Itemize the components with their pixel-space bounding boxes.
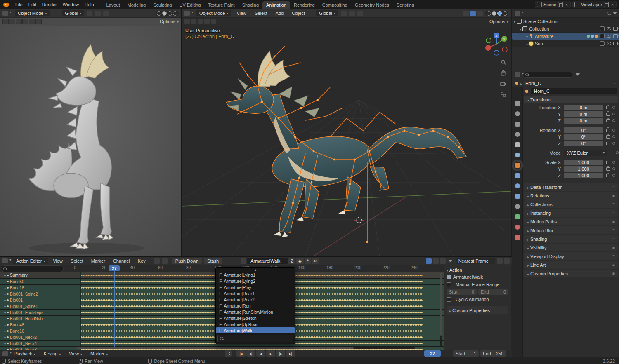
toggle-icon[interactable]: [184, 19, 190, 24]
animate-dot[interactable]: [612, 119, 615, 122]
topbar-menu[interactable]: Help: [82, 2, 97, 7]
toggle-icon[interactable]: [9, 19, 15, 24]
lock-icon[interactable]: [606, 161, 610, 164]
properties-tab-icon[interactable]: [515, 153, 520, 157]
properties-tab-icon[interactable]: [515, 214, 520, 219]
animate-dot[interactable]: [612, 135, 615, 138]
workspace-tab[interactable]: Scripting: [393, 1, 418, 9]
action-option[interactable]: FArmature|Run: [216, 303, 295, 309]
action-option[interactable]: FArmature|Roar2: [216, 296, 295, 303]
outliner-filter-icon[interactable]: [613, 12, 617, 14]
dopesheet-menu[interactable]: View: [50, 258, 66, 263]
options-button[interactable]: Options: [489, 19, 508, 24]
show-hidden-icon[interactable]: [433, 258, 439, 264]
properties-tab-icon[interactable]: [515, 132, 520, 137]
dopesheet-editor-icon[interactable]: [2, 258, 8, 263]
render-visibility-icon[interactable]: [613, 42, 618, 45]
lock-icon[interactable]: [606, 142, 610, 145]
topbar-menu[interactable]: Render: [39, 2, 60, 7]
properties-tab-icon[interactable]: [515, 142, 520, 147]
action-option[interactable]: FArmature|Walk: [216, 327, 295, 333]
frame-start-field[interactable]: Start0: [447, 289, 477, 295]
dropdown-search-input[interactable]: [217, 335, 293, 342]
blender-logo-icon[interactable]: [3, 3, 9, 7]
snap-magnet-icon[interactable]: [341, 11, 347, 16]
toggle-icon[interactable]: [191, 19, 197, 24]
pan-hand-icon[interactable]: [500, 70, 507, 76]
hide-eye-icon[interactable]: [607, 42, 611, 45]
current-frame-line[interactable]: [114, 271, 115, 348]
action-option[interactable]: FArmature|Stretch: [216, 315, 295, 321]
action-option[interactable]: FArmature|Roar1: [216, 290, 295, 296]
editor-type-icon[interactable]: [2, 11, 8, 16]
wireframe-shading-icon[interactable]: [487, 11, 491, 16]
dopesheet-mode-selector[interactable]: Action Editor: [13, 258, 48, 264]
add-workspace-button[interactable]: +: [418, 1, 428, 9]
properties-tab-icon[interactable]: [515, 122, 520, 127]
topbar-menu[interactable]: Edit: [26, 2, 39, 7]
dopesheet-menu[interactable]: Key: [135, 258, 149, 263]
fake-user-shield-icon[interactable]: ◈: [296, 258, 303, 264]
pin-icon[interactable]: ◦: [614, 81, 616, 86]
action-name-field[interactable]: Armature|Walk: [247, 258, 288, 264]
outliner-search-icon[interactable]: [607, 12, 610, 15]
workspace-tab[interactable]: Texture Paint: [204, 1, 238, 9]
toggle-icon[interactable]: [16, 19, 22, 24]
toggle-icon[interactable]: [22, 19, 28, 24]
layer-next-icon[interactable]: [162, 258, 168, 264]
object-name-field[interactable]: Horn_C: [531, 88, 617, 94]
properties-tab-icon[interactable]: [515, 183, 520, 188]
dopesheet-menu[interactable]: Select: [68, 258, 86, 263]
selectability-checkbox[interactable]: [600, 26, 605, 31]
camera-view-icon[interactable]: [500, 81, 507, 87]
show-gizmo-icon[interactable]: [463, 11, 469, 16]
orientation-selector[interactable]: Global: [62, 10, 84, 16]
properties-tab-icon[interactable]: [515, 163, 520, 168]
action-users-badge[interactable]: 2: [288, 258, 295, 264]
topbar-menu[interactable]: File: [12, 2, 26, 7]
action-browse-icon[interactable]: [241, 258, 246, 264]
outliner-item[interactable]: Sun: [512, 40, 619, 47]
proportional-edit-icon[interactable]: [103, 11, 109, 16]
selectability-checkbox[interactable]: [600, 34, 605, 38]
properties-section-header[interactable]: Custom Properties ≡: [524, 270, 618, 277]
property-value-field[interactable]: 0 m▾: [564, 111, 603, 117]
dopesheet-menu[interactable]: Marker: [88, 258, 108, 263]
property-value-field[interactable]: 0 m▾: [564, 105, 603, 110]
lock-icon[interactable]: [606, 113, 610, 116]
play-button[interactable]: ▸: [266, 350, 275, 357]
toggle-icon[interactable]: [2, 19, 9, 24]
properties-tab-icon[interactable]: [515, 204, 520, 209]
playback-menu[interactable]: Keying: [41, 351, 64, 356]
property-value-field[interactable]: 1.000▾: [564, 166, 603, 172]
workspace-tab[interactable]: UV Editing: [175, 1, 204, 9]
toggle-icon[interactable]: [35, 19, 42, 24]
show-overlays-icon[interactable]: [470, 11, 476, 16]
properties-tab-icon[interactable]: [515, 235, 520, 240]
viewport-left[interactable]: Object Mode Global Options ▸: [0, 9, 182, 256]
toggle-icon[interactable]: [204, 19, 210, 24]
lock-icon[interactable]: [606, 119, 610, 122]
lock-icon[interactable]: [606, 135, 610, 139]
properties-section-header[interactable]: Viewport Display ≡: [524, 252, 618, 260]
filter-warning-icon[interactable]: [440, 258, 446, 264]
zoom-icon[interactable]: [500, 59, 507, 65]
outliner-item[interactable]: Collection: [512, 25, 619, 33]
viewport-menu[interactable]: View: [234, 11, 249, 16]
material-shading-icon[interactable]: [497, 11, 502, 16]
proportional-edit-icon[interactable]: [357, 11, 363, 16]
action-panel-header[interactable]: Action: [447, 267, 508, 273]
editor-type-icon[interactable]: [184, 11, 190, 16]
current-frame-chip[interactable]: 27: [109, 265, 120, 271]
auto-keying-button[interactable]: [225, 350, 232, 357]
scene-selector[interactable]: Scene ×: [535, 1, 571, 8]
properties-section-header[interactable]: Delta Transform ≡: [524, 183, 618, 191]
workspace-tab[interactable]: Animation: [262, 1, 290, 9]
toggle-icon[interactable]: [29, 19, 35, 24]
animate-dot[interactable]: [612, 106, 615, 109]
frame-start-field[interactable]: Start1: [453, 350, 479, 357]
property-value-field[interactable]: 0 m▾: [564, 118, 603, 124]
proportional-icon[interactable]: [504, 258, 510, 264]
new-scene-icon[interactable]: [558, 2, 563, 7]
property-value-field[interactable]: 0°▾: [564, 141, 603, 146]
